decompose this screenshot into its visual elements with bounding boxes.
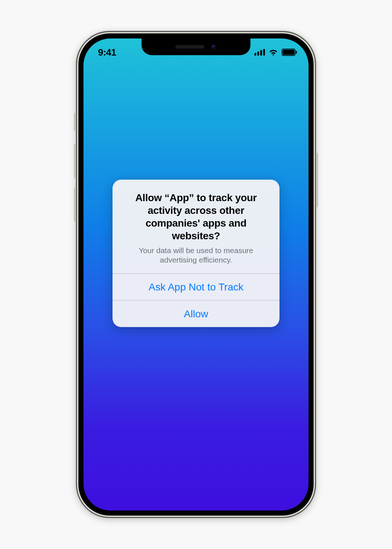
side-button (316, 153, 318, 207)
alert-header: Allow “App” to track your activity acros… (113, 179, 279, 273)
alert-title: Allow “App” to track your activity acros… (123, 191, 269, 242)
allow-button[interactable]: Allow (113, 300, 279, 327)
screen: 9:41 Allow “App” to tr (83, 38, 309, 511)
volume-down-button (74, 187, 76, 222)
mute-switch (74, 113, 76, 131)
front-camera (211, 44, 217, 50)
volume-up-button (74, 144, 76, 178)
status-time: 9:41 (98, 42, 116, 58)
ask-not-to-track-button[interactable]: Ask App Not to Track (113, 273, 279, 300)
battery-icon (282, 49, 297, 56)
notch (142, 38, 250, 55)
earpiece-speaker (175, 45, 204, 49)
cellular-icon (254, 49, 265, 56)
iphone-frame: 9:41 Allow “App” to tr (76, 31, 316, 518)
tracking-permission-alert: Allow “App” to track your activity acros… (113, 179, 279, 327)
alert-message: Your data will be used to measure advert… (123, 245, 269, 265)
status-indicators (254, 44, 297, 56)
wifi-icon (269, 49, 278, 56)
